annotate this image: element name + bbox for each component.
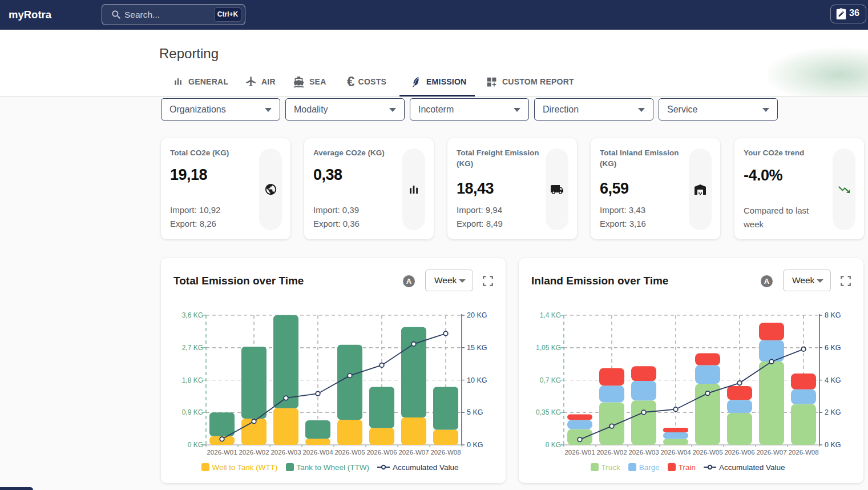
svg-text:20 KG: 20 KG	[467, 311, 487, 319]
svg-text:2026-W07: 2026-W07	[398, 449, 429, 456]
svg-text:4 KG: 4 KG	[825, 376, 841, 384]
svg-text:2026-W03: 2026-W03	[271, 449, 301, 456]
svg-text:1,8 KG: 1,8 KG	[182, 376, 203, 384]
svg-text:2026-W01: 2026-W01	[207, 449, 237, 456]
svg-text:1,4 KG: 1,4 KG	[540, 311, 561, 319]
svg-text:2,7 KG: 2,7 KG	[182, 344, 203, 352]
svg-text:2026-W04: 2026-W04	[660, 449, 691, 456]
svg-text:2026-W08: 2026-W08	[788, 449, 818, 456]
svg-text:2026-W02: 2026-W02	[239, 449, 269, 456]
svg-text:2 KG: 2 KG	[825, 408, 841, 416]
svg-text:2026-W08: 2026-W08	[430, 449, 461, 456]
svg-text:0 KG: 0 KG	[546, 441, 561, 449]
svg-text:2026-W04: 2026-W04	[302, 449, 333, 456]
svg-text:10 KG: 10 KG	[467, 376, 487, 384]
svg-text:1,05 KG: 1,05 KG	[536, 344, 561, 352]
svg-text:2026-W05: 2026-W05	[334, 449, 365, 456]
svg-text:6 KG: 6 KG	[825, 344, 841, 352]
svg-text:2026-W05: 2026-W05	[692, 449, 722, 456]
svg-text:0 KG: 0 KG	[467, 441, 483, 449]
svg-text:0 KG: 0 KG	[825, 441, 841, 449]
svg-text:3,6 KG: 3,6 KG	[182, 311, 203, 319]
svg-text:2026-W01: 2026-W01	[564, 449, 595, 456]
svg-text:0,35 KG: 0,35 KG	[536, 408, 561, 416]
svg-text:2026-W03: 2026-W03	[628, 449, 659, 456]
svg-text:2026-W02: 2026-W02	[596, 449, 627, 456]
svg-text:8 KG: 8 KG	[825, 311, 841, 319]
svg-text:2026-W06: 2026-W06	[366, 449, 397, 456]
svg-text:0 KG: 0 KG	[188, 441, 203, 449]
svg-text:2026-W07: 2026-W07	[756, 449, 786, 456]
svg-text:0,7 KG: 0,7 KG	[540, 376, 561, 384]
svg-text:0,9 KG: 0,9 KG	[182, 408, 203, 416]
svg-text:5 KG: 5 KG	[467, 408, 483, 416]
svg-text:2026-W06: 2026-W06	[724, 449, 754, 456]
svg-text:15 KG: 15 KG	[467, 344, 487, 352]
